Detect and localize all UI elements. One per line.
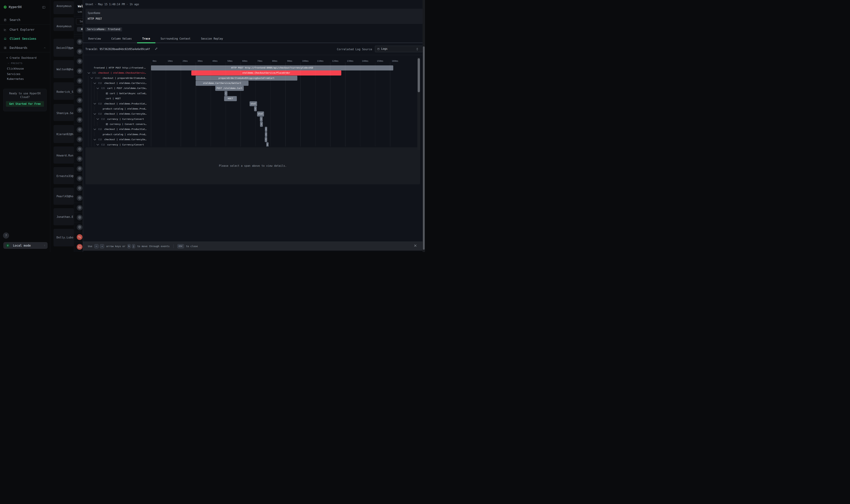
chevron-down-icon[interactable] — [93, 82, 96, 85]
map-pin-icon — [77, 224, 83, 230]
sidebar-item-chart-explorer[interactable]: Chart Explorer — [4, 28, 35, 31]
trace-tree-row[interactable]: (1)currency | Currency/Convert — [96, 142, 144, 146]
session-card[interactable]: Kieran92@h — [54, 125, 74, 143]
page-scrollbar-thumb[interactable] — [423, 47, 424, 250]
log-source-select[interactable]: Logs — [375, 46, 423, 52]
chevron-down-icon[interactable] — [88, 72, 90, 74]
session-card[interactable]: Howard.Run — [54, 146, 74, 164]
axis-gridline — [360, 62, 360, 146]
waterfall-scrollbar-thumb[interactable] — [418, 58, 420, 92]
help-button[interactable]: ? — [3, 232, 9, 238]
axis-gridline — [345, 62, 345, 146]
chevron-down-icon[interactable] — [96, 87, 99, 90]
span-bar[interactable]: HTTP POST http://frontend:8080/api/check… — [151, 66, 393, 70]
span-bar-label: ( — [267, 143, 268, 146]
axis-tick-label: 40ms — [212, 60, 218, 62]
chevron-up-icon[interactable] — [43, 47, 46, 49]
span-bar[interactable]: oteldemo.CartService/GetCart — [196, 81, 249, 86]
session-card[interactable]: Jonathan.E — [54, 208, 74, 225]
sidebar-item-client-sessions[interactable]: Client Sessions — [4, 37, 36, 40]
span-bar[interactable]: otel — [257, 111, 264, 116]
presets-toggle[interactable]: PRESETS — [7, 62, 23, 65]
session-card[interactable]: Dolly.Lubo — [54, 229, 74, 247]
session-card[interactable]: Walton9@ho — [54, 60, 74, 78]
trace-tree-row[interactable]: (11)checkout | prepareOrderItemsAnd… — [91, 76, 146, 80]
span-bar[interactable]: ( — [265, 127, 267, 132]
chevron-down-icon[interactable] — [93, 128, 96, 131]
sidebar-item-dashboards[interactable]: Dashboards — [4, 46, 28, 50]
tab-overview[interactable]: Overview — [83, 36, 106, 42]
trace-tree-row[interactable]: product-catalog | oteldemo.Prod… — [103, 132, 146, 137]
tab-surrounding-context[interactable]: Surrounding Context — [156, 36, 196, 42]
sidebar-preset-services[interactable]: Services — [7, 72, 20, 76]
edit-pencil-icon[interactable] — [155, 47, 158, 50]
span-bar[interactable]: oteldemo.CheckoutService/PlaceOrder — [191, 70, 341, 75]
span-bar[interactable]: POST /oteldemo.Cart — [215, 86, 244, 91]
page-scrollbar[interactable] — [422, 0, 425, 252]
span-bar-label: oteldemo.CartService/GetCart — [203, 82, 241, 85]
trace-tree-row[interactable]: (1)currency | Currency/Convert — [96, 117, 144, 122]
session-card[interactable]: Anonymous — [54, 1, 74, 14]
span-bar[interactable]: ( — [254, 106, 257, 111]
create-dashboard-button[interactable]: + Create Dashboard — [6, 56, 36, 59]
span-bar[interactable]: ( — [265, 132, 267, 137]
trace-tree-row[interactable]: cart | HGET — [106, 96, 121, 101]
span-bar[interactable]: ( — [266, 142, 269, 146]
trace-tree-row[interactable]: frontend | HTTP POST http://frontend:… — [94, 66, 145, 70]
trace-tree-row[interactable]: (2)checkout | oteldemo.CheckoutServic… — [88, 70, 146, 75]
map-pin-icon — [77, 58, 83, 64]
span-bar[interactable]: otel — [250, 101, 257, 106]
span-bar-label: oteldemo.CheckoutService/PlaceOrder — [242, 72, 290, 74]
trace-tree-row[interactable]: currency | Convert convers… — [106, 122, 146, 127]
span-bar[interactable]: prepareOrderItemsAndShippingQuoteFromCar… — [196, 76, 297, 81]
session-card[interactable]: Pearl43@ho — [54, 188, 74, 205]
axis-tick-label: 70ms — [257, 60, 263, 62]
tab-column-values[interactable]: Column Values — [106, 36, 137, 42]
trace-tree-row[interactable]: (1)checkout | oteldemo.ProductCat… — [93, 127, 146, 132]
session-card[interactable]: Ernesto33@ — [54, 167, 74, 184]
sidebar-preset-kubernetes[interactable]: Kubernetes — [7, 77, 24, 80]
sidebar-item-search[interactable]: Search — [4, 18, 20, 22]
chevron-down-icon[interactable] — [93, 113, 96, 115]
trace-tree-row[interactable]: (1)checkout | oteldemo.ProductCat… — [93, 101, 146, 106]
axis-tick-label: 130ms — [347, 60, 354, 62]
chevron-down-icon[interactable] — [91, 77, 93, 79]
footer-mid-text: arrow keys or — [106, 245, 125, 248]
child-count: (1) — [98, 101, 102, 106]
hyperdx-app: HyperDXSearchChart ExplorerClient Sessio… — [0, 0, 425, 252]
trace-tree-row[interactable]: (1)checkout | oteldemo.CurrencySe… — [93, 137, 146, 142]
sidebar-preset-clickhouse[interactable]: Clickhouse — [7, 67, 24, 70]
trace-tree-row[interactable]: product-catalog | oteldemo.Prod… — [103, 106, 146, 111]
collapse-sidebar-icon[interactable] — [42, 5, 46, 9]
chevron-down-icon[interactable] — [96, 143, 99, 146]
axis-tick-label: 30ms — [197, 60, 203, 62]
trace-tree-row[interactable]: (2)cart | POST /oteldemo.CartSe… — [96, 86, 147, 91]
session-card[interactable]: Anonymous — [54, 17, 74, 31]
map-pin-icon — [77, 195, 83, 201]
chevron-down-icon[interactable] — [93, 102, 96, 105]
span-bar[interactable]: ( — [260, 122, 263, 127]
span-bar-label: prepareOrderItemsAndShippingQuoteFromCar… — [218, 77, 274, 79]
trace-tree-row[interactable]: cart | GetCartAsync called… — [106, 91, 146, 96]
session-card[interactable]: Roderick_S — [54, 82, 74, 100]
chevron-down-icon[interactable] — [96, 118, 99, 120]
session-card[interactable]: Shaniya.So — [54, 104, 74, 121]
selector-icon — [416, 48, 418, 51]
trace-tree-row[interactable]: (1)checkout | oteldemo.CartServic… — [93, 81, 146, 86]
sidebar-item-label: Dashboards — [10, 46, 28, 50]
span-bar[interactable]: ( — [265, 137, 267, 142]
trace-tree-row[interactable]: (1)checkout | oteldemo.CurrencySe… — [93, 111, 146, 116]
get-started-button[interactable]: Get Started for Free — [6, 101, 44, 107]
session-card[interactable]: Deion37@gm — [54, 39, 74, 57]
empty-state-text: Please select a span above to view detai… — [219, 164, 287, 167]
user-menu[interactable]: ULocal mode — [3, 242, 48, 249]
chevron-down-icon[interactable] — [93, 138, 96, 141]
span-bar[interactable]: ( — [224, 91, 228, 96]
tab-session-replay[interactable]: Session Replay — [196, 36, 228, 42]
key-j: j — [132, 244, 135, 248]
span-bar[interactable]: HGET — [224, 96, 237, 101]
tab-trace[interactable]: Trace — [137, 36, 156, 42]
trace-row-label: checkout | oteldemo.ProductCat… — [104, 127, 146, 132]
span-bar[interactable]: ( — [260, 117, 263, 122]
close-icon[interactable] — [414, 244, 417, 247]
